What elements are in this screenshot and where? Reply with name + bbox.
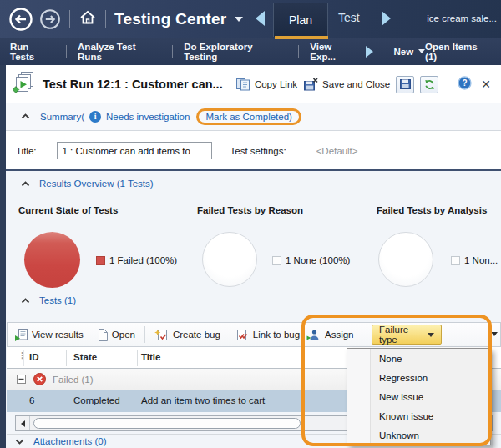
center-switcher-caret-icon[interactable] bbox=[235, 17, 243, 22]
menu-item-unknown[interactable]: Unknown bbox=[347, 425, 490, 445]
cell-title: Add an item two times to cart bbox=[141, 395, 265, 405]
save-button[interactable] bbox=[396, 76, 414, 93]
nav-overflow-right-icon[interactable] bbox=[366, 46, 373, 58]
open-items-button[interactable]: Open Items (1) bbox=[425, 42, 491, 62]
app-window: Testing Center Plan Test ice cream sale.… bbox=[0, 0, 501, 448]
view-results-button[interactable]: View results bbox=[14, 329, 84, 341]
open-icon bbox=[97, 329, 108, 341]
close-button[interactable]: ✕ bbox=[478, 78, 494, 91]
link-to-bug-label: Link to bug bbox=[253, 330, 300, 340]
cell-state: Completed bbox=[73, 395, 120, 405]
create-bug-label: Create bug bbox=[173, 330, 220, 340]
collapse-chevron-up-icon[interactable] bbox=[21, 113, 30, 119]
project-name[interactable]: ice cream sale... bbox=[427, 13, 497, 23]
scroll-left-button[interactable] bbox=[16, 416, 30, 430]
legend-current-state: 1 Failed (100%) bbox=[96, 255, 177, 265]
collapse-chevron-up-icon[interactable] bbox=[21, 298, 30, 304]
open-label: Open bbox=[112, 330, 135, 340]
column-header-id[interactable]: ID bbox=[29, 352, 39, 362]
nav-view-exp[interactable]: View Exp... bbox=[310, 42, 359, 62]
expand-chevron-down-icon[interactable] bbox=[15, 439, 24, 445]
divider bbox=[23, 350, 24, 366]
attachments-heading[interactable]: Attachements (0) bbox=[33, 436, 107, 446]
document-title-bar: Test Run 12:1 : Customer can... Copy Lin… bbox=[6, 67, 501, 102]
column-header-title[interactable]: Title bbox=[141, 352, 160, 362]
needs-investigation-link[interactable]: Needs investigation bbox=[106, 112, 190, 122]
legend-swatch-failed bbox=[96, 256, 105, 265]
column-header-state[interactable]: State bbox=[73, 352, 97, 362]
new-menu-button[interactable]: New bbox=[393, 47, 425, 57]
menu-item-none[interactable]: None bbox=[347, 349, 490, 368]
column-resize-handle[interactable] bbox=[137, 350, 138, 366]
scroll-tabs-right-icon[interactable] bbox=[382, 11, 391, 26]
tab-test[interactable]: Test bbox=[338, 11, 360, 24]
nav-run-tests[interactable]: Run Tests bbox=[10, 42, 55, 62]
tab-plan[interactable]: Plan bbox=[273, 3, 328, 37]
title-field-label: Title: bbox=[16, 146, 37, 156]
toolbar-overflow-caret-icon[interactable] bbox=[491, 332, 498, 336]
tests-section-header: Tests (1) bbox=[21, 295, 76, 305]
home-button[interactable] bbox=[78, 8, 97, 30]
left-edge-strip bbox=[0, 65, 6, 448]
tests-heading[interactable]: Tests (1) bbox=[39, 295, 76, 305]
summary-heading[interactable]: Summary( bbox=[40, 112, 84, 122]
save-icon bbox=[400, 79, 411, 89]
create-bug-button[interactable]: Create bug bbox=[154, 329, 220, 341]
section-divider bbox=[6, 169, 501, 171]
save-and-close-button[interactable]: Save and Close bbox=[303, 78, 390, 91]
divider bbox=[298, 45, 299, 58]
new-menu-caret-icon bbox=[418, 49, 425, 53]
legend-swatch-none bbox=[272, 256, 281, 265]
failure-type-button[interactable]: Failure type bbox=[372, 325, 442, 345]
divider bbox=[172, 45, 173, 58]
back-button[interactable] bbox=[8, 7, 33, 32]
collapse-chevron-up-icon[interactable] bbox=[21, 181, 30, 187]
menu-item-regression[interactable]: Regression bbox=[347, 368, 490, 387]
link-to-bug-button[interactable]: Link to bug bbox=[235, 329, 300, 341]
legend-failed-by-reason: 1 None (100%) bbox=[272, 255, 350, 265]
save-and-close-icon bbox=[303, 78, 318, 91]
app-title[interactable]: Testing Center bbox=[114, 10, 226, 28]
legend-label-none: 1 None (100%) bbox=[286, 255, 350, 265]
copy-link-label: Copy Link bbox=[255, 79, 297, 89]
refresh-button[interactable] bbox=[420, 76, 438, 93]
failed-status-icon bbox=[33, 373, 46, 385]
new-menu-label: New bbox=[393, 47, 413, 57]
home-icon bbox=[78, 8, 97, 27]
menu-item-new-issue[interactable]: New issue bbox=[347, 387, 490, 406]
document-title: Test Run 12:1 : Customer can... bbox=[43, 78, 223, 91]
attachments-section-header: Attachements (0) bbox=[15, 436, 107, 446]
results-overview-heading[interactable]: Results Overview (1 Tests) bbox=[39, 179, 154, 189]
scroll-tabs-left-icon[interactable] bbox=[256, 11, 265, 26]
nav-do-exploratory-testing[interactable]: Do Exploratory Testing bbox=[184, 42, 287, 62]
pie-current-state-of-tests bbox=[24, 232, 80, 288]
divider bbox=[105, 10, 106, 28]
test-settings-value: <Default> bbox=[316, 146, 358, 156]
create-bug-icon bbox=[154, 329, 169, 341]
divider bbox=[144, 326, 145, 343]
scrollbar-thumb[interactable] bbox=[33, 418, 301, 429]
link-to-bug-icon bbox=[235, 329, 249, 341]
column-resize-handle[interactable] bbox=[66, 350, 67, 366]
open-button[interactable]: Open bbox=[97, 329, 135, 341]
copy-link-button[interactable]: Copy Link bbox=[235, 78, 297, 91]
nav-analyze-test-runs[interactable]: Analyze Test Runs bbox=[78, 42, 161, 62]
column-drag-handle-icon[interactable]: ⋮ bbox=[18, 350, 26, 361]
view-results-label: View results bbox=[32, 330, 84, 340]
failure-type-dropdown-menu: None Regression New issue Known issue Un… bbox=[347, 348, 491, 445]
collapse-group-icon[interactable] bbox=[17, 375, 26, 384]
help-button[interactable]: ? bbox=[458, 76, 472, 93]
title-input[interactable] bbox=[57, 142, 212, 159]
menu-item-known-issue[interactable]: Known issue bbox=[347, 406, 490, 425]
info-icon: i bbox=[89, 111, 101, 123]
failure-type-caret-icon bbox=[428, 333, 434, 337]
assign-button[interactable]: Assign bbox=[306, 323, 354, 346]
chart-title-failed-by-reason: Failed Tests by Reason bbox=[197, 205, 303, 215]
svg-text:?: ? bbox=[463, 78, 468, 88]
divider bbox=[448, 77, 448, 92]
legend-swatch-non bbox=[451, 256, 460, 265]
pie-failed-tests-by-reason bbox=[202, 232, 257, 287]
mark-as-completed-link[interactable]: Mark as Completed) bbox=[196, 108, 301, 125]
forward-button[interactable] bbox=[39, 8, 61, 30]
view-results-icon bbox=[14, 329, 28, 341]
